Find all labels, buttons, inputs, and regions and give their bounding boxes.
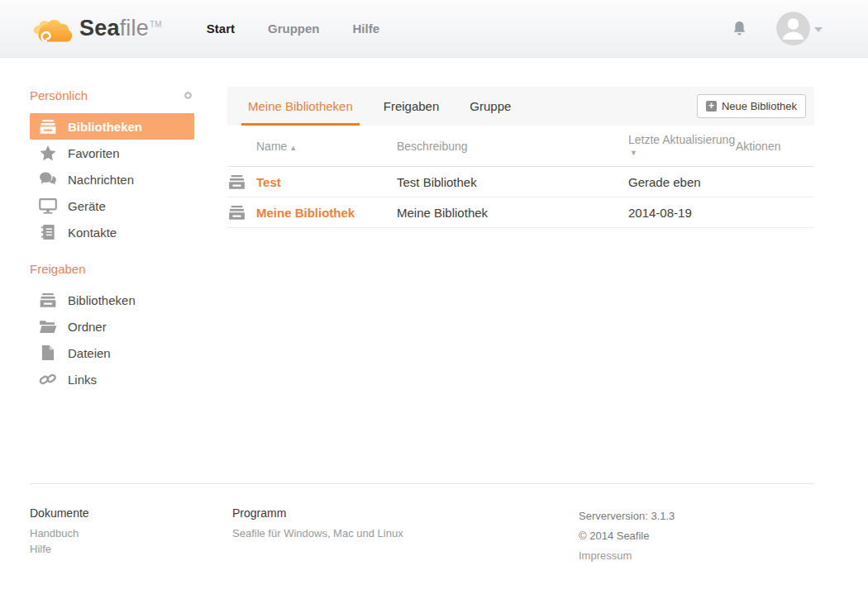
column-header-aktionen: Aktionen (736, 140, 814, 153)
table-row: Meine Bibliothek Meine Bibliothek 2014-0… (227, 197, 814, 228)
sidebar-item-freigaben-bibliotheken[interactable]: Bibliotheken (30, 287, 194, 313)
column-header-beschreibung: Beschreibung (397, 140, 628, 153)
footer-program-heading: Programm (232, 506, 579, 520)
navbar: SeafileTM Start Gruppen Hilfe (0, 0, 868, 58)
sidebar-item-label: Nachrichten (68, 173, 134, 187)
new-library-button-label: Neue Bibliothek (722, 100, 797, 112)
brand-tm: TM (150, 20, 162, 29)
tab-bar: Meine Bibliotheken Freigaben Gruppe + Ne… (227, 87, 814, 126)
main-nav: Start Gruppen Hilfe (207, 21, 379, 36)
sidebar-item-favoriten[interactable]: Favoriten (30, 140, 194, 166)
library-table: Name▲ Beschreibung Letzte Aktualisierung… (227, 126, 814, 228)
sidebar-heading-freigaben: Freigaben (30, 262, 86, 276)
column-header-name[interactable]: Name▲ (256, 140, 397, 153)
monitor-icon (39, 198, 57, 214)
notifications-bell-icon[interactable] (732, 21, 746, 37)
library-description: Test Bibliothek (397, 175, 628, 189)
footer-docs-column: Dokumente Handbuch Hilfe (30, 506, 232, 566)
footer-link-handbuch[interactable]: Handbuch (30, 525, 232, 541)
seafile-logo[interactable]: SeafileTM (29, 14, 162, 44)
file-icon (39, 345, 57, 361)
footer: Dokumente Handbuch Hilfe Programm Seafil… (30, 483, 814, 566)
nav-link-start[interactable]: Start (207, 21, 235, 36)
sidebar-item-label: Bibliotheken (68, 293, 136, 307)
sidebar-item-links[interactable]: Links (30, 366, 194, 392)
table-header-row: Name▲ Beschreibung Letzte Aktualisierung… (227, 126, 814, 167)
star-icon (39, 145, 57, 161)
sidebar-item-label: Bibliotheken (68, 120, 142, 134)
library-icon (39, 293, 57, 307)
footer-link-impressum[interactable]: Impressum (579, 546, 675, 566)
tab-freigaben[interactable]: Freigaben (384, 87, 440, 126)
nav-link-hilfe[interactable]: Hilfe (353, 21, 380, 36)
tab-gruppe[interactable]: Gruppe (470, 87, 511, 126)
gear-icon[interactable] (182, 89, 194, 102)
account-menu[interactable] (776, 12, 823, 45)
sort-desc-icon: ▼ (630, 146, 736, 159)
link-icon (39, 372, 57, 387)
sidebar-item-label: Ordner (68, 320, 107, 334)
sidebar-item-label: Kontakte (68, 226, 117, 240)
sidebar-item-label: Favoriten (68, 146, 120, 160)
library-link-test[interactable]: Test (256, 175, 397, 189)
sidebar-item-ordner[interactable]: Ordner (30, 313, 194, 340)
sidebar-item-label: Dateien (68, 346, 111, 360)
library-link-meine-bibliothek[interactable]: Meine Bibliothek (256, 206, 397, 220)
plus-icon: + (706, 101, 717, 112)
brand-light: file (120, 16, 149, 40)
sidebar-item-label: Links (68, 373, 97, 387)
brand-bold: Sea (79, 16, 120, 40)
cloud-logo-icon (29, 14, 72, 44)
sidebar-item-geraete[interactable]: Geräte (30, 192, 194, 219)
messages-icon (39, 172, 57, 187)
sidebar-item-bibliotheken[interactable]: Bibliotheken (30, 113, 194, 140)
sidebar: Persönlich Bib (30, 87, 194, 483)
sidebar-section-freigaben: Freigaben (30, 260, 194, 277)
footer-program-line: Seafile für Windows, Mac und Linux (232, 525, 579, 541)
brand-text: SeafileTM (79, 16, 162, 41)
library-updated: 2014-08-19 (628, 206, 736, 220)
copyright: © 2014 Seafile (579, 526, 675, 546)
library-icon (39, 120, 57, 134)
new-library-button[interactable]: + Neue Bibliothek (697, 94, 806, 118)
sidebar-section-persoenlich: Persönlich (30, 87, 194, 103)
sort-asc-icon: ▲ (289, 144, 297, 152)
footer-link-hilfe[interactable]: Hilfe (30, 541, 232, 557)
sidebar-item-nachrichten[interactable]: Nachrichten (30, 166, 194, 192)
library-icon (227, 206, 256, 220)
address-book-icon (39, 224, 57, 240)
content: Persönlich Bib (0, 58, 868, 483)
main-panel: Meine Bibliotheken Freigaben Gruppe + Ne… (227, 87, 814, 483)
server-version: Serverversion: 3.1.3 (579, 506, 675, 526)
folder-open-icon (39, 319, 57, 334)
table-row: Test Test Bibliothek Gerade eben (227, 167, 814, 197)
nav-link-gruppen[interactable]: Gruppen (268, 21, 320, 36)
sidebar-item-dateien[interactable]: Dateien (30, 340, 194, 366)
chevron-down-icon (814, 27, 823, 32)
library-description: Meine Bibliothek (397, 206, 628, 220)
footer-program-column: Programm Seafile für Windows, Mac und Li… (232, 506, 579, 566)
sidebar-heading-persoenlich: Persönlich (30, 88, 88, 102)
library-icon (227, 175, 256, 189)
sidebar-item-label: Geräte (68, 199, 106, 213)
library-updated: Gerade eben (628, 175, 736, 189)
avatar (776, 12, 810, 45)
tab-meine-bibliotheken[interactable]: Meine Bibliotheken (248, 87, 353, 126)
footer-docs-heading: Dokumente (30, 506, 232, 520)
footer-meta-column: Serverversion: 3.1.3 © 2014 Seafile Impr… (579, 506, 675, 566)
navbar-right (732, 12, 823, 45)
column-header-letzte-aktualisierung[interactable]: Letzte Aktualisierung▼ (628, 133, 736, 159)
sidebar-item-kontakte[interactable]: Kontakte (30, 219, 194, 245)
